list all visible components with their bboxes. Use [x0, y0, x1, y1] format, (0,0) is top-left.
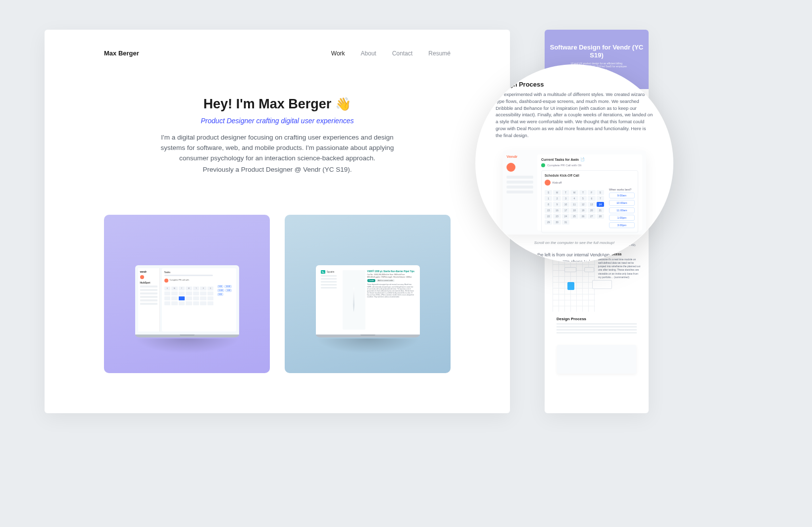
mini-task: Complete PR call with — [170, 279, 189, 283]
nav-contact[interactable]: Contact — [392, 50, 412, 57]
strip-mockup-2 — [557, 345, 636, 374]
pipet-icon — [352, 287, 356, 312]
avatar-icon — [545, 180, 551, 186]
time-slot: 10:00am — [609, 200, 635, 206]
projects-row: vendr HubSpot Tasks Complete PR call wit… — [45, 215, 510, 373]
calendar-day: W — [570, 190, 578, 195]
calendar-day: 24 — [562, 214, 569, 219]
calendar-day: 26 — [579, 214, 587, 219]
calendar-day: 15 — [545, 208, 552, 213]
calendar-day: 8 — [545, 202, 552, 207]
bio: I'm a digital product designer focusing … — [149, 133, 406, 175]
project-tile-vendr[interactable]: vendr HubSpot Tasks Complete PR call wit… — [104, 215, 270, 373]
navbar: Max Berger Work About Contact Resumé — [45, 30, 510, 57]
calendar-day: T — [562, 190, 569, 195]
calendar-day: 22 — [545, 214, 552, 219]
calendar-day: 29 — [545, 220, 552, 225]
project-tile-ecommerce[interactable]: Sq Squaire VWR® 1000 µL Sterile Non-Barr… — [285, 215, 451, 373]
laptop-screen: vendr HubSpot Tasks Complete PR call wit… — [135, 265, 239, 335]
calendar-day: 16 — [553, 208, 560, 213]
mag-task-sub: Complete PR Call with Oli — [547, 164, 581, 167]
mag-mockup: Vendr Current Tasks for Awin 📄 Complete … — [503, 150, 646, 235]
brand-home-link[interactable]: Max Berger — [104, 49, 139, 57]
calendar-day: 13 — [588, 202, 595, 207]
calendar-day: 30 — [553, 220, 560, 225]
time-slot: 1:00pm — [609, 215, 635, 221]
laptop-mock-ecom: Sq Squaire VWR® 1000 µL Sterile Non-Barr… — [316, 265, 420, 353]
strip-h-process2: Design Process — [557, 317, 637, 321]
calendar-day: 6 — [588, 196, 595, 201]
calendar-day: 27 — [588, 214, 595, 219]
mag-brand: Vendr — [507, 154, 533, 159]
time-slot: 9:00am — [609, 192, 635, 198]
nav-about[interactable]: About — [361, 50, 376, 57]
time-slot: 11:00am — [609, 207, 635, 213]
calendar-day: 5 — [579, 196, 587, 201]
calendar-day: 19 — [579, 208, 587, 213]
wave-icon: 👋 — [335, 96, 351, 112]
calendar-day: 9 — [553, 202, 560, 207]
calendar-day: 2 — [553, 196, 560, 201]
hubspot-icon — [140, 275, 144, 279]
mini-brand-2: Sq — [321, 270, 325, 274]
headline: Hey! I'm Max Berger 👋 — [203, 96, 352, 112]
laptop-mock-vendr: vendr HubSpot Tasks Complete PR call wit… — [135, 265, 239, 353]
mini-tab: Tasks — [164, 271, 234, 274]
mini-product-title: VWR® 1000 µL Sterile Non-Barrier Pipet T… — [367, 270, 415, 273]
strip-initial-copy: Because it's a real time module on well-… — [598, 258, 641, 280]
magnifier: Design Process We experimented with a mu… — [475, 64, 673, 262]
mag-card-title: Schedule Kick-Off Call — [545, 174, 635, 177]
calendar: SMTWTFS123456789101112131415161718192021… — [545, 190, 604, 225]
calendar-day: 1 — [545, 196, 552, 201]
calendar-day: 7 — [597, 196, 604, 201]
portfolio-card: Max Berger Work About Contact Resumé Hey… — [45, 30, 510, 413]
calendar-day: 23 — [553, 214, 560, 219]
strip-title: Software Design for Vendr (YC S19) — [550, 44, 644, 60]
mini-brand-2-name: Squaire — [327, 271, 335, 273]
calendar-day: 12 — [579, 202, 587, 207]
calendar-day: 21 — [597, 208, 604, 213]
calendar-day: 10 — [562, 202, 569, 207]
mag-task-title: Current Tasks for Awin — [541, 158, 579, 161]
time-slot: 3:00pm — [609, 222, 635, 228]
mag-paragraph: We experimented with a multitude of diff… — [496, 91, 653, 139]
bio-line-2: Previously a Product Designer @ Vendr (Y… — [149, 165, 406, 175]
calendar-day: 14 — [597, 202, 604, 207]
bio-line-1: I'm a digital product designer focusing … — [149, 133, 406, 164]
mag-caption: Scroll on the computer to see the full m… — [496, 240, 653, 245]
calendar-day: S — [545, 190, 552, 195]
calendar-day: 20 — [588, 208, 595, 213]
calendar-day: 3 — [562, 196, 569, 201]
mini-brand: vendr — [140, 270, 157, 273]
nav-resume[interactable]: Resumé — [428, 50, 451, 57]
mini-create-button: Create — [367, 279, 376, 282]
calendar-day: 25 — [570, 214, 578, 219]
calendar-day: 4 — [570, 196, 578, 201]
mini-add-button: Add to current order — [376, 279, 395, 282]
mini-product-meta: Cat No.: 1040-260-306\nUnit Size: 960/cs… — [367, 274, 415, 279]
hero: Hey! I'm Max Berger 👋 Product Designer c… — [45, 96, 510, 175]
headline-text: Hey! I'm Max Berger — [203, 96, 332, 112]
calendar-day: F — [588, 190, 595, 195]
calendar-day: 18 — [570, 208, 578, 213]
laptop-screen: Sq Squaire VWR® 1000 µL Sterile Non-Barr… — [316, 265, 420, 335]
avatar-icon — [164, 279, 168, 283]
calendar-day: 28 — [597, 214, 604, 219]
calendar-day: 11 — [570, 202, 578, 207]
calendar-day: M — [553, 190, 560, 195]
checkmark-icon — [541, 163, 545, 167]
calendar-day: S — [597, 190, 604, 195]
hubspot-icon — [507, 163, 515, 172]
calendar-day: 17 — [562, 208, 569, 213]
calendar-day: T — [579, 190, 587, 195]
nav-work[interactable]: Work — [331, 50, 345, 57]
mag-heading: Design Process — [496, 81, 653, 88]
mini-product-desc: These disposable micropipet tips aid res… — [367, 284, 415, 297]
nav-links: Work About Contact Resumé — [331, 50, 451, 57]
when-label: When works best? — [609, 188, 635, 191]
calendar-day: 31 — [562, 220, 569, 225]
subtitle: Product Designer crafting digital user e… — [94, 117, 460, 125]
mini-client: HubSpot — [140, 281, 157, 284]
page-icon: 📄 — [580, 157, 585, 161]
